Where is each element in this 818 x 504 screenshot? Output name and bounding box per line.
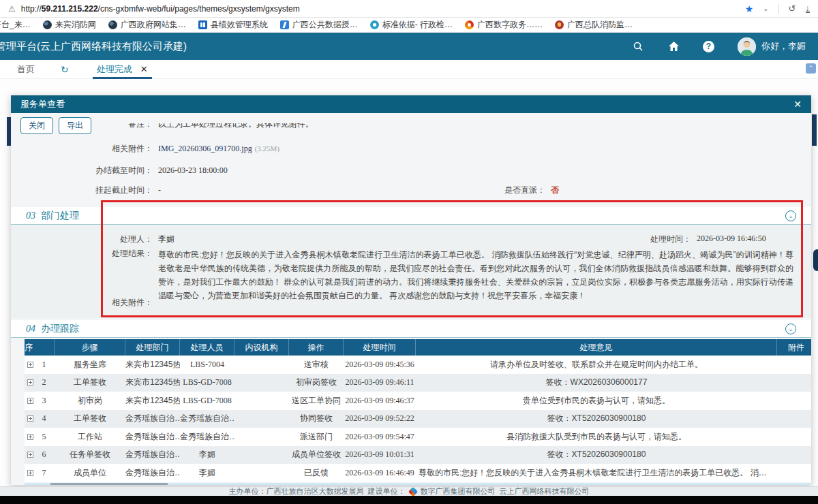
column-header: 处理意见 <box>416 339 777 356</box>
chevron-down-icon[interactable]: ⌄ <box>785 324 796 334</box>
cell-person: 金秀瑶族自治… <box>180 431 234 443</box>
cell-person: LBS-7004 <box>180 360 234 370</box>
footer-builder-label: 建设单位： <box>368 486 406 497</box>
cell-time: 2026-03-09 09:45:36 <box>344 360 416 370</box>
cell-time: 2026-03-09 09:52:22 <box>344 413 416 424</box>
bookmark-item[interactable]: 来宾消防网 <box>43 19 96 31</box>
modal-close-icon[interactable]: ✕ <box>793 99 802 110</box>
expand-plus-icon[interactable] <box>27 362 33 368</box>
cell-dept: 金秀瑶族自治… <box>125 413 180 424</box>
horizontal-scrollbar-thumb[interactable] <box>50 483 168 485</box>
home-icon[interactable] <box>667 40 680 52</box>
cell-person: 李媚 <box>180 467 234 479</box>
tab-close-icon[interactable]: ✕ <box>140 64 148 74</box>
track-table-header: 序步骤处理部门处理人员内设机构操作处理时间处理意见附件 <box>25 339 811 356</box>
deadline-value: 2026-03-23 18:00:00 <box>158 166 228 176</box>
cell-person: 金秀瑶族自治… <box>180 413 234 424</box>
cell-step: 服务坐席 <box>55 359 125 371</box>
not-secure-icon: ⚠ <box>8 4 16 14</box>
star-dropdown-icon[interactable]: ⌄ <box>763 5 768 12</box>
attachment-row: 相关附件： IMG_20260306_091700.jpg (3.25M) <box>11 143 811 155</box>
column-header: 序 <box>25 339 55 356</box>
cell-seq: 2 <box>25 377 55 388</box>
direct-dispatch-label: 是否直派： <box>504 185 545 196</box>
cell-dept: 金秀瑶族自治… <box>125 467 180 479</box>
footer-builder1: 数字广西集团有限公司 <box>421 486 496 497</box>
digital-guangxi-logo-icon <box>408 486 417 496</box>
bookmark-favicon-bolt <box>280 20 289 29</box>
table-row[interactable]: 5工作站金秀瑶族自治…金秀瑶族自治…派送部门2026-03-09 09:54:4… <box>25 428 811 446</box>
column-header: 步骤 <box>55 339 125 356</box>
bookmark-item[interactable]: 广西总队消防监… <box>555 19 633 31</box>
collapse-up-icon[interactable]: ⌃ <box>806 63 816 74</box>
refresh-icon[interactable]: ↻ <box>61 64 69 75</box>
cell-dept: 金秀瑶族自治… <box>125 431 180 443</box>
bookmark-item[interactable]: 广西公共数据授… <box>280 19 358 31</box>
track-table: 序步骤处理部门处理人员内设机构操作处理时间处理意见附件 1服务坐席来宾市1234… <box>25 339 811 482</box>
table-row[interactable]: 1服务坐席来宾市12345热…LBS-7004送审核2026-03-09 09:… <box>25 356 811 374</box>
expand-plus-icon[interactable] <box>27 415 33 422</box>
cell-seq: 5 <box>25 432 55 442</box>
deadline-label: 办结截至时间： <box>52 165 153 176</box>
cell-op: 已反馈 <box>289 467 344 479</box>
cell-seq: 7 <box>25 468 55 478</box>
expand-plus-icon[interactable] <box>27 470 33 476</box>
screen: ⚠ http://59.211.215.222/cns-gxbmfw-web/f… <box>0 0 818 504</box>
cell-seq: 1 <box>25 360 55 370</box>
attachment-file-link[interactable]: IMG_20260306_091700.jpg <box>158 144 252 154</box>
section-title: 部门处理 <box>41 210 79 222</box>
expand-plus-icon[interactable] <box>27 379 33 385</box>
cell-step: 初审岗 <box>55 395 125 407</box>
cell-op: 初审岗签收 <box>289 377 344 388</box>
table-row[interactable]: 4工单签收金秀瑶族自治…金秀瑶族自治…协同签收2026-03-09 09:52:… <box>25 410 811 428</box>
table-row[interactable]: 2工单签收来宾市12345热…LBS-GD-7008初审岗签收2026-03-0… <box>25 374 811 392</box>
bookmark-item[interactable]: 标准依据- 行政检… <box>370 19 453 31</box>
user-greeting[interactable]: 你好，李媚 <box>761 40 806 52</box>
bookmark-item[interactable]: 县绩效管理系统 <box>198 19 268 31</box>
download-icon[interactable]: ↓ <box>806 4 811 13</box>
suspend-row: 挂起截止时间： - 是否直派： 否 <box>11 185 811 196</box>
app-title: 管理平台(云上广西网络科技有限公司承建) <box>0 40 187 53</box>
bookmarks-bar: 平台_来…来宾消防网广西政府网站集…县绩效管理系统广西公共数据授…标准依据- 行… <box>0 18 818 33</box>
attachment-label: 相关附件： <box>52 143 153 155</box>
expand-plus-icon[interactable] <box>27 434 33 440</box>
table-row[interactable]: 7成员单位金秀瑶族自治…李媚已反馈2026-03-09 16:46:49尊敬的市… <box>25 464 811 482</box>
section-number: 04 <box>26 324 35 334</box>
bookmark-item[interactable]: 广西政府网站集… <box>108 19 186 31</box>
cell-op: 送审核 <box>289 359 344 371</box>
table-row[interactable]: 6任务单签收金秀瑶族自治…李媚成员单位签收2026-03-09 10:01:31… <box>25 446 811 464</box>
remark-value: 以上为工单处理过程记录。具体详见附件。 <box>158 123 314 130</box>
section-dept-panel: 处理人： 李媚 处理时间： 2026-03-09 16:46:50 处理结果： … <box>11 225 811 318</box>
bookmark-star-icon[interactable]: ★ <box>745 3 754 14</box>
track-table-body: 1服务坐席来宾市12345热…LBS-7004送审核2026-03-09 09:… <box>25 356 811 482</box>
cell-op: 送区工单协同 <box>289 395 344 407</box>
expand-plus-icon[interactable] <box>27 398 33 404</box>
remark-label: 备注： <box>52 123 153 130</box>
bookmark-label: 县绩效管理系统 <box>211 19 268 31</box>
undo-icon[interactable]: ↺ <box>789 3 796 14</box>
app-header: 管理平台(云上广西网络科技有限公司承建) ? 你好，李媚 <box>0 33 818 60</box>
cell-person: 李媚 <box>180 449 234 460</box>
cell-dept: 来宾市12345热… <box>125 395 180 407</box>
cell-dept: 来宾市12345热… <box>125 359 180 371</box>
bookmark-item[interactable]: 平台_来… <box>0 19 31 31</box>
avatar[interactable] <box>738 37 756 56</box>
table-row[interactable]: 3初审岗来宾市12345热…LBS-GD-7008送区工单协同2026-03-0… <box>25 392 811 410</box>
tab-active-label[interactable]: 处理完成 <box>97 63 132 76</box>
right-edge-widget[interactable] <box>813 249 818 271</box>
bookmark-label: 标准依据- 行政检… <box>382 19 453 31</box>
cell-opinion: 请承办单位及时签收、联系群众并在规定时间内办结工单。 <box>416 359 777 371</box>
chevron-down-icon[interactable]: ⌄ <box>785 210 796 221</box>
tab-active[interactable]: 处理完成 ✕ <box>93 60 152 79</box>
direct-dispatch-value: 否 <box>551 185 559 196</box>
help-icon[interactable]: ? <box>703 41 714 52</box>
bookmark-item[interactable]: 广西数字政务…… <box>465 19 543 31</box>
cell-dept: 金秀瑶族自治… <box>125 449 180 460</box>
url-text[interactable]: http://59.211.215.222/cns-gxbmfw-web/fui… <box>21 4 300 14</box>
right-scrollbar-thumb[interactable] <box>812 114 817 146</box>
expand-plus-icon[interactable] <box>27 452 33 458</box>
bookmark-label: 广西公共数据授… <box>292 19 358 31</box>
cell-seq: 4 <box>25 413 55 424</box>
search-icon[interactable] <box>632 40 644 52</box>
tab-home[interactable]: 首页 <box>17 63 35 76</box>
